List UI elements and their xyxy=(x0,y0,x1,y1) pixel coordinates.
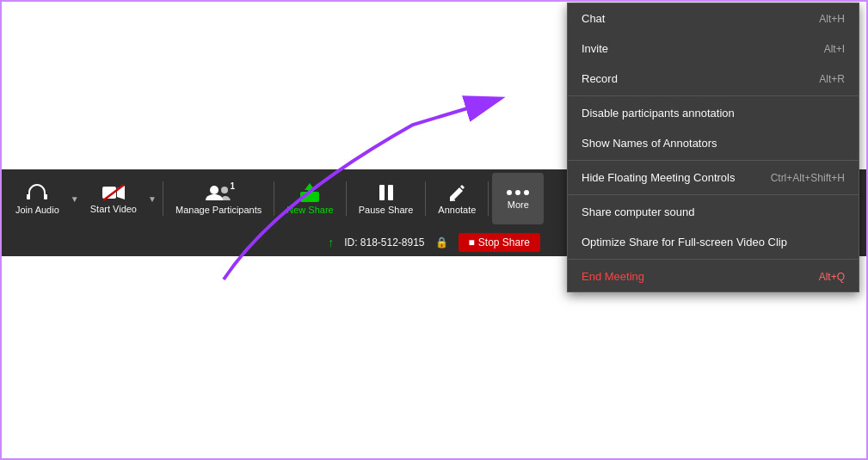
menu-item-record[interactable]: Record Alt+R xyxy=(568,64,859,94)
meeting-id-label: ID: 818-512-8915 xyxy=(344,236,424,248)
annotate-button[interactable]: Annotate xyxy=(429,173,484,224)
start-video-chevron-icon: ▼ xyxy=(148,194,157,204)
svg-point-13 xyxy=(515,190,520,195)
end-meeting-label: End Meeting xyxy=(582,270,644,283)
menu-item-share-sound[interactable]: Share computer sound xyxy=(568,197,859,227)
divider-2 xyxy=(274,181,274,216)
divider-1 xyxy=(163,181,163,216)
divider-5 xyxy=(488,181,489,216)
divider-3 xyxy=(346,181,347,216)
chat-shortcut: Alt+H xyxy=(819,13,845,25)
svg-point-5 xyxy=(210,186,219,194)
start-video-chevron[interactable]: ▼ xyxy=(145,173,159,224)
svg-point-12 xyxy=(507,190,512,195)
menu-divider-4 xyxy=(568,259,859,260)
svg-point-6 xyxy=(221,187,228,193)
menu-item-optimize-share[interactable]: Optimize Share for Full-screen Video Cli… xyxy=(568,227,859,257)
stop-share-icon: ■ xyxy=(469,236,475,248)
participant-count-badge: 1 xyxy=(231,181,236,191)
chat-label: Chat xyxy=(582,12,605,25)
participants-icon: 1 xyxy=(206,183,231,202)
more-label: More xyxy=(508,199,529,210)
new-share-icon xyxy=(299,183,321,202)
svg-rect-0 xyxy=(27,194,30,199)
join-audio-chevron-icon: ▼ xyxy=(71,194,79,204)
menu-item-end-meeting[interactable]: End Meeting Alt+Q xyxy=(568,261,859,291)
join-audio-chevron[interactable]: ▼ xyxy=(68,173,82,224)
share-sound-label: Share computer sound xyxy=(582,205,695,218)
lock-icon: 🔒 xyxy=(435,236,448,248)
new-share-button[interactable]: New Share xyxy=(278,173,342,224)
new-share-label: New Share xyxy=(286,205,333,215)
start-video-label: Start Video xyxy=(90,204,137,214)
menu-item-hide-controls[interactable]: Hide Floating Meeting Controls Ctrl+Alt+… xyxy=(568,163,859,193)
hide-controls-shortcut: Ctrl+Alt+Shift+H xyxy=(771,172,845,184)
join-audio-button[interactable]: Join Audio xyxy=(7,173,68,224)
hide-controls-label: Hide Floating Meeting Controls xyxy=(582,171,735,184)
menu-item-show-names[interactable]: Show Names of Annotators xyxy=(568,128,859,158)
menu-divider-1 xyxy=(568,95,859,96)
menu-divider-2 xyxy=(568,160,859,161)
join-audio-label: Join Audio xyxy=(15,205,59,215)
video-off-icon xyxy=(102,184,126,201)
optimize-share-label: Optimize Share for Full-screen Video Cli… xyxy=(582,236,787,248)
show-names-label: Show Names of Annotators xyxy=(582,137,717,150)
record-label: Record xyxy=(582,72,618,85)
svg-point-14 xyxy=(524,190,529,195)
annotate-label: Annotate xyxy=(438,205,476,215)
manage-participants-button[interactable]: 1 Manage Participants xyxy=(167,173,270,224)
more-dropdown-menu: Chat Alt+H Invite Alt+I Record Alt+R Dis… xyxy=(567,3,859,292)
record-shortcut: Alt+R xyxy=(819,73,845,85)
more-button[interactable]: More xyxy=(492,173,544,224)
manage-participants-label: Manage Participants xyxy=(175,205,262,215)
menu-item-invite[interactable]: Invite Alt+I xyxy=(568,34,859,64)
svg-rect-10 xyxy=(388,185,393,200)
divider-4 xyxy=(425,181,426,216)
svg-rect-9 xyxy=(379,185,385,200)
pause-share-label: Pause Share xyxy=(359,205,414,215)
invite-shortcut: Alt+I xyxy=(824,43,845,55)
annotate-icon xyxy=(447,183,466,202)
menu-item-chat[interactable]: Chat Alt+H xyxy=(568,3,859,34)
invite-label: Invite xyxy=(582,42,608,55)
menu-divider-3 xyxy=(568,194,859,195)
headphones-icon xyxy=(26,183,48,202)
end-meeting-shortcut: Alt+Q xyxy=(819,271,845,283)
start-video-button[interactable]: Start Video xyxy=(82,173,145,224)
disable-annotation-label: Disable participants annotation xyxy=(582,107,735,120)
pause-icon xyxy=(378,183,395,202)
more-dots-icon xyxy=(505,188,531,197)
pause-share-button[interactable]: Pause Share xyxy=(350,173,422,224)
status-arrow-icon: ↑ xyxy=(328,236,334,249)
stop-share-label: Stop Share xyxy=(478,236,530,248)
svg-rect-1 xyxy=(44,194,47,199)
stop-share-button[interactable]: ■ Stop Share xyxy=(459,233,540,252)
menu-item-disable-annotation[interactable]: Disable participants annotation xyxy=(568,98,859,128)
